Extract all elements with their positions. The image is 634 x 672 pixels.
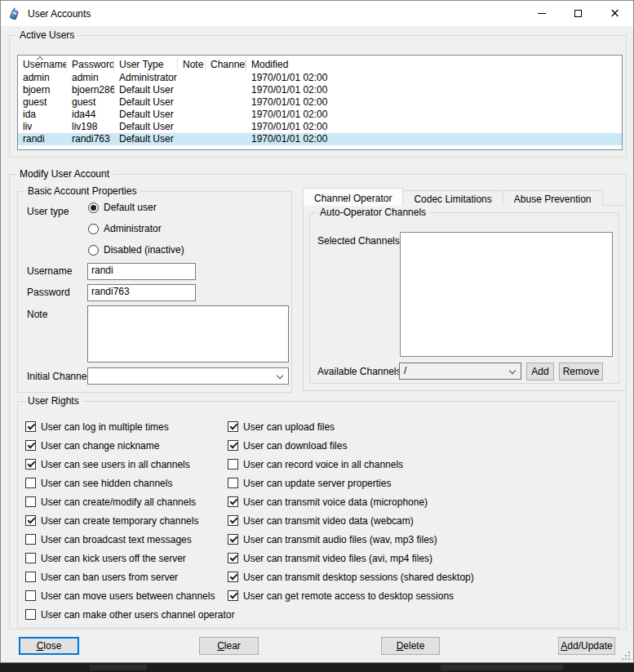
checkbox-ban-users[interactable]: User can ban users from server (25, 571, 234, 583)
available-channels-combobox[interactable]: / (399, 363, 521, 380)
table-row[interactable]: guestguestDefault User1970/01/01 02:00 (18, 96, 622, 109)
active-users-label: Active Users (16, 29, 78, 41)
user-type-radio-group: Default user Administrator Disabled (ina… (88, 202, 184, 256)
checkbox-icon (25, 590, 36, 601)
clear-button[interactable]: Clear (199, 637, 259, 655)
table-row-selected[interactable]: randirandi763Default User1970/01/01 02:0… (18, 133, 622, 145)
remove-button[interactable]: Remove (559, 363, 603, 381)
table-row[interactable]: idaida44Default User1970/01/01 02:00 (18, 109, 622, 121)
radio-disabled-inactive[interactable]: Disabled (inactive) (88, 244, 184, 256)
chevron-down-icon (509, 367, 516, 374)
checkbox-icon (228, 590, 238, 601)
checkbox-icon (228, 496, 238, 507)
checkbox-transmit-video-files[interactable]: User can transmit video files (avi, mp4 … (228, 552, 474, 564)
checkbox-see-hidden-channels[interactable]: User can see hidden channels (25, 477, 234, 489)
chevron-down-icon (277, 372, 283, 379)
checkbox-icon (25, 609, 36, 620)
resize-grip[interactable] (619, 649, 630, 660)
column-header-password[interactable]: Password (67, 56, 114, 72)
column-header-channel[interactable]: Channel (206, 56, 246, 72)
radio-icon (88, 245, 99, 256)
table-row[interactable]: livliv198Default User1970/01/01 02:00 (18, 121, 622, 133)
auto-operator-channels-label: Auto-Operator Channels (317, 207, 429, 218)
close-button[interactable]: Close (19, 637, 79, 655)
checkbox-icon (25, 515, 36, 526)
checkbox-change-nickname[interactable]: User can change nickname (25, 439, 234, 452)
checkbox-icon (25, 440, 36, 451)
checkbox-icon (25, 572, 36, 582)
selected-channels-listbox[interactable] (400, 232, 613, 357)
user-rights-label: User Rights (24, 395, 82, 407)
radio-default-user[interactable]: Default user (88, 202, 184, 213)
checkbox-icon (228, 440, 238, 451)
checkbox-transmit-desktop-sessions[interactable]: User can transmit desktop sessions (shar… (228, 571, 474, 583)
checkbox-make-channel-operator[interactable]: User can make other users channel operat… (25, 608, 234, 621)
checkbox-download-files[interactable]: User can download files (228, 439, 474, 452)
minimize-icon (538, 13, 546, 14)
checkbox-icon (25, 553, 36, 563)
checkbox-icon (25, 496, 36, 507)
column-header-note[interactable]: Note (178, 56, 206, 72)
maximize-button[interactable] (560, 1, 596, 26)
checkbox-log-in-multiple-times[interactable]: User can log in multiple times (25, 421, 234, 433)
initial-channel-label: Initial Channel (27, 371, 89, 382)
checkbox-icon (228, 515, 238, 526)
checkbox-icon (25, 534, 36, 545)
checkbox-see-users-all-channels[interactable]: User can see users in all channels (25, 458, 234, 470)
titlebar[interactable]: User Accounts × (1, 1, 633, 26)
checkbox-icon (25, 459, 36, 470)
initial-channel-combobox[interactable] (87, 367, 289, 385)
username-label: Username (27, 265, 72, 277)
add-button[interactable]: Add (526, 363, 554, 381)
checkbox-record-voice[interactable]: User can record voice in all channels (228, 458, 474, 470)
note-label: Note (27, 309, 47, 320)
checkbox-icon (228, 553, 238, 563)
minimize-button[interactable] (523, 1, 560, 26)
password-label: Password (27, 287, 70, 298)
tab-codec-limitations[interactable]: Codec Limitations (402, 190, 503, 206)
password-input[interactable]: randi763 (87, 284, 196, 301)
add-update-button[interactable]: Add/Update (558, 637, 615, 655)
basic-account-properties-label: Basic Account Properties (24, 185, 140, 197)
maximize-icon (574, 10, 582, 17)
tabbar: Channel Operator Codec Limitations Abuse… (303, 188, 602, 206)
table-row[interactable]: adminadminAdministrator1970/01/01 02:00 (18, 72, 622, 84)
checkbox-update-server-properties[interactable]: User can update server properties (228, 477, 474, 489)
user-accounts-window: User Accounts × Active Users Username Pa… (0, 0, 634, 663)
checkbox-broadcast-text-messages[interactable]: User can broadcast text messages (25, 533, 234, 545)
checkbox-create-temporary-channels[interactable]: User can create temporary channels (25, 514, 234, 527)
checkbox-create-modify-all-channels[interactable]: User can create/modify all channels (25, 496, 234, 508)
window-controls: × (523, 1, 633, 26)
checkbox-kick-users[interactable]: User can kick users off the server (25, 552, 234, 564)
active-users-table[interactable]: Username Password User Type Note Channel… (17, 55, 623, 150)
screen: User Accounts × Active Users Username Pa… (0, 0, 634, 672)
checkbox-upload-files[interactable]: User can upload files (228, 421, 474, 433)
radio-administrator[interactable]: Administrator (88, 223, 184, 234)
table-header: Username Password User Type Note Channel… (18, 56, 622, 72)
checkbox-icon (228, 572, 238, 582)
checkbox-icon (25, 478, 36, 488)
taskbar-strip (0, 663, 634, 672)
checkbox-remote-access-desktop[interactable]: User can get remote access to desktop se… (228, 590, 474, 602)
checkbox-icon (228, 421, 238, 432)
table-row[interactable]: bjoernbjoern286Default User1970/01/01 02… (18, 84, 622, 96)
close-window-button[interactable]: × (596, 1, 633, 26)
checkbox-move-users[interactable]: User can move users between channels (25, 590, 234, 602)
user-type-label: User type (27, 206, 69, 217)
checkbox-transmit-video[interactable]: User can transmit video data (webcam) (228, 514, 474, 527)
column-header-modified[interactable]: Modified (246, 56, 622, 72)
checkbox-transmit-audio-files[interactable]: User can transmit audio files (wav, mp3 … (228, 533, 474, 545)
column-header-username[interactable]: Username (18, 56, 67, 72)
tab-abuse-prevention[interactable]: Abuse Prevention (503, 190, 603, 206)
note-textarea[interactable] (87, 305, 289, 363)
tab-channel-operator[interactable]: Channel Operator (303, 188, 403, 206)
checkbox-icon (25, 421, 36, 432)
modify-user-account-label: Modify User Account (16, 168, 113, 180)
delete-button[interactable]: Delete (381, 637, 440, 655)
radio-icon (88, 202, 99, 213)
username-input[interactable]: randi (87, 263, 196, 280)
checkbox-icon (228, 459, 238, 470)
column-header-usertype[interactable]: User Type (114, 56, 178, 72)
checkbox-icon (228, 534, 238, 545)
checkbox-transmit-voice[interactable]: User can transmit voice data (microphone… (228, 496, 474, 508)
